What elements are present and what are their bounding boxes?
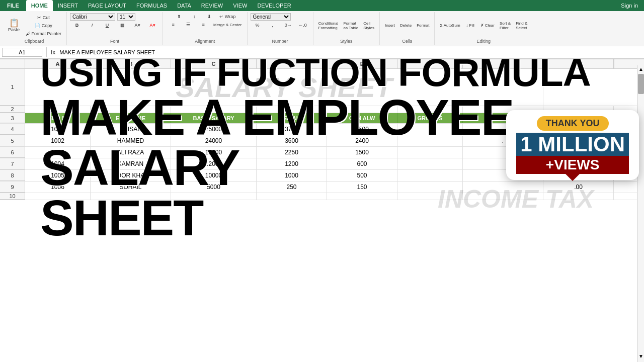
wrap-text-button[interactable]: ↵ Wrap (217, 13, 237, 20)
col-header-e[interactable]: E (327, 59, 397, 68)
font-color-button[interactable]: A▾ (145, 22, 159, 29)
align-middle-button[interactable]: ↕ (187, 13, 201, 20)
col-header-c[interactable]: C (171, 59, 257, 68)
tab-home[interactable]: HOME (26, 0, 53, 11)
sort-filter-button[interactable]: Sort &Filter (498, 20, 513, 31)
col-header-a[interactable]: A (25, 59, 91, 68)
conditional-formatting-button[interactable]: ConditionalFormatting (316, 20, 341, 31)
align-center-button[interactable]: ☰ (181, 21, 195, 28)
underline-button[interactable]: U (100, 22, 114, 29)
row-col-corner (0, 59, 25, 68)
row-num-1: 1 (0, 69, 25, 106)
formula-bar-divider (46, 47, 47, 57)
table-row: 1 SALARY SHEET (0, 69, 644, 106)
increase-decimal-button[interactable]: .0→ (281, 22, 295, 29)
fill-button[interactable]: ↓ Fill (463, 22, 477, 29)
align-right-button[interactable]: ≡ (196, 21, 210, 28)
format-as-table-button[interactable]: Formatas Table (342, 20, 361, 31)
insert-cells-button[interactable]: Insert (383, 22, 397, 29)
col-header-d[interactable]: D (257, 59, 327, 68)
delete-cells-button[interactable]: Delete (398, 22, 414, 29)
col-emp-id: EMP ID (25, 113, 91, 123)
table-row: 6 1003 ALI RAZA 15000 2250 1500 12.5 (0, 147, 644, 158)
title-cell: SALARY SHEET (25, 69, 543, 106)
align-bottom-button[interactable]: ⬇ (202, 13, 216, 20)
table-row-2: 2 (0, 106, 644, 113)
ribbon: FILE HOME INSERT PAGE LAYOUT FORMULAS DA… (0, 0, 644, 46)
table-row: 8 1005 NOOR KHAN 10000 1000 500 155 (0, 170, 644, 182)
col-net-salar: NET SALAR (543, 113, 614, 123)
col-basic-salary: BASIC SALARY (171, 113, 257, 123)
header-row: 3 EMP ID EMP NAME BASIC SALARY MED ALW C… (0, 113, 644, 124)
align-left-button[interactable]: ≡ (166, 21, 180, 28)
bold-button[interactable]: B (70, 22, 84, 29)
table-row: 7 1004 KAMRAN 12000 1200 600 386 (0, 158, 644, 170)
cell-styles-button[interactable]: CellStyles (361, 20, 376, 31)
table-row: 5 1002 HAMMED 24000 3600 2400 . 500 (0, 135, 644, 147)
tab-review[interactable]: REVIEW (196, 0, 228, 11)
name-box[interactable] (2, 48, 42, 57)
font-size-select[interactable]: 11 (117, 13, 135, 21)
format-cells-button[interactable]: Format (415, 22, 431, 29)
tab-insert[interactable]: INSERT (53, 0, 83, 11)
col-header-h[interactable]: H (543, 59, 614, 68)
scroll-thumb[interactable] (638, 74, 644, 94)
cut-button[interactable]: ✂ Cut (24, 14, 63, 21)
formula-bar: fx (0, 46, 644, 59)
paste-button[interactable]: 📋 Paste (5, 17, 23, 34)
col-con-alw: CON ALW (327, 113, 397, 123)
number-format-select[interactable]: General (251, 13, 291, 21)
sign-in-button[interactable]: Sign in (615, 0, 644, 11)
clear-button[interactable]: ✗ Clear (478, 22, 497, 29)
col-income-tax: INCOME TAX (463, 113, 543, 123)
col-header-b[interactable]: B (91, 59, 171, 68)
comma-button[interactable]: , (266, 22, 280, 29)
col-emp-name: EMP NAME (91, 113, 171, 123)
tab-formulas[interactable]: FORMULAS (131, 0, 172, 11)
tab-page-layout[interactable]: PAGE LAYOUT (83, 0, 131, 11)
table-row: 9 1006 SOHAIL 5000 250 150 .00 (0, 182, 644, 193)
file-tab[interactable]: FILE (0, 0, 26, 11)
percent-button[interactable]: % (251, 22, 265, 29)
scroll-down-arrow[interactable]: ▼ (637, 352, 644, 360)
decrease-decimal-button[interactable]: ←.0 (296, 22, 310, 29)
tab-view[interactable]: VIEW (228, 0, 252, 11)
col-med-alw: MED ALW (257, 113, 327, 123)
font-family-select[interactable]: Calibri (70, 13, 115, 21)
fill-color-button[interactable]: A▾ (130, 22, 144, 29)
format-painter-button[interactable]: 🖌 Format Painter (24, 30, 63, 37)
table-row: 4 1001 FAISAL 25000 3750 2500 87.5 (0, 124, 644, 135)
overlay-line3: SHEET (0, 193, 644, 243)
col-gross-s: GROSS S (397, 113, 463, 123)
tab-developer[interactable]: DEVELOPER (252, 0, 296, 11)
border-button[interactable]: ▦ (115, 22, 129, 29)
merge-center-button[interactable]: Merge & Center (211, 21, 244, 28)
col-header-g[interactable]: G (463, 59, 543, 68)
autosum-button[interactable]: Σ AutoSum (438, 22, 462, 29)
vertical-scrollbar[interactable]: ▲ ▼ (637, 65, 644, 362)
table-row: 10 (0, 193, 644, 200)
italic-button[interactable]: I (85, 22, 99, 29)
find-select-button[interactable]: Find &Select (514, 20, 529, 31)
col-header-f[interactable]: F (397, 59, 463, 68)
function-icon: fx (51, 49, 55, 56)
scroll-up-arrow[interactable]: ▲ (637, 65, 644, 73)
align-top-button[interactable]: ⬆ (172, 13, 186, 20)
copy-button[interactable]: 📄 Copy (24, 22, 63, 29)
formula-input[interactable] (57, 48, 642, 56)
tab-data[interactable]: DATA (172, 0, 196, 11)
scrollbar-v[interactable] (614, 59, 621, 68)
